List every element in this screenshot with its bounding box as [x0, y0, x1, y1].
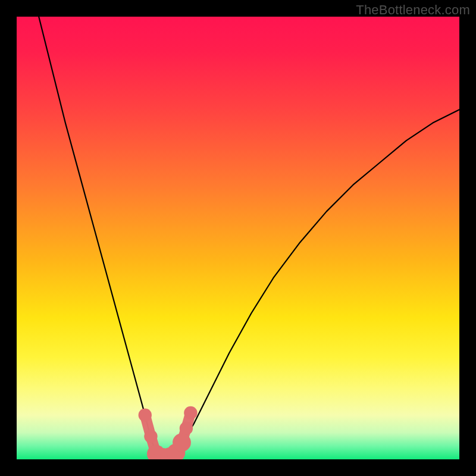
marker-dot: [184, 406, 197, 419]
marker-dot: [173, 433, 191, 452]
marker-group: [139, 406, 198, 459]
bottleneck-curve: [39, 17, 459, 457]
plot-area: [17, 17, 459, 459]
marker-dot: [139, 408, 152, 421]
chart-svg: [17, 17, 459, 459]
chart-frame: TheBottleneck.com: [0, 0, 476, 476]
marker-dot: [144, 430, 157, 443]
watermark-text: TheBottleneck.com: [356, 2, 470, 18]
marker-dot: [180, 422, 193, 435]
curve-group: [39, 17, 459, 457]
